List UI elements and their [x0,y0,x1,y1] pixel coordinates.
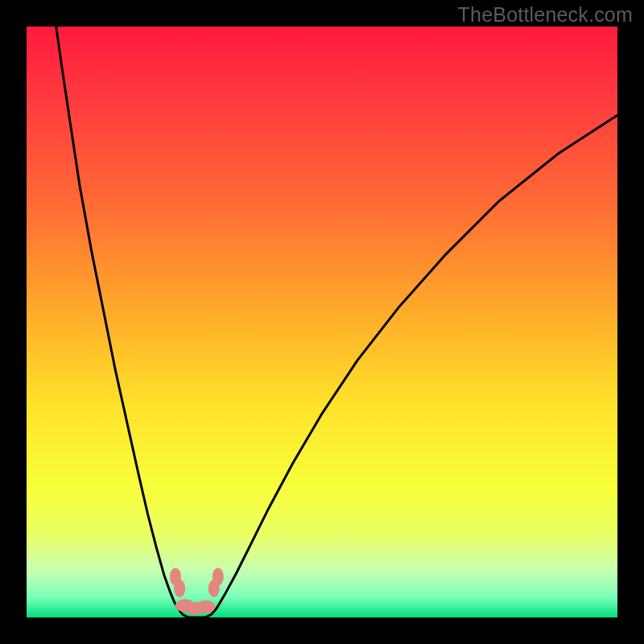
m-right-upper [213,568,224,585]
gradient-bg [27,27,617,617]
outer-frame: TheBottleneck.com [0,0,644,644]
chart-canvas [27,27,617,617]
chart-svg [27,27,617,617]
watermark-text: TheBottleneck.com [458,3,633,27]
m-left-lower [174,580,185,597]
m-floor-c [196,601,215,613]
